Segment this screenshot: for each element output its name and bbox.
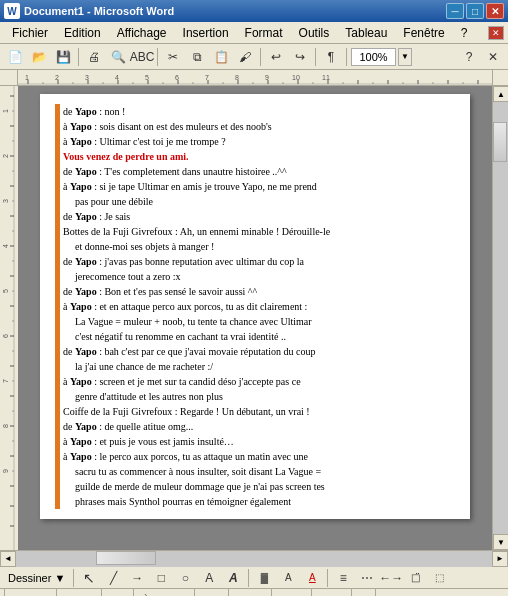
zoom-input[interactable] xyxy=(351,48,396,66)
print-preview-button[interactable]: 🔍 xyxy=(107,46,129,68)
line-13: de Yapo : Bon et t'es pas sensé le savoi… xyxy=(63,284,455,299)
status-pos: À 2,4 cm xyxy=(134,589,194,596)
zoom-dropdown[interactable]: ▼ xyxy=(398,48,412,66)
oval-tool-button[interactable]: ○ xyxy=(174,567,196,589)
line-6: à Yapo : si je tape Ultimar en amis je t… xyxy=(63,179,455,194)
minimize-button[interactable]: ─ xyxy=(446,3,464,19)
title-bar-left: W Document1 - Microsoft Word xyxy=(4,3,174,19)
dash-style-button[interactable]: ⋯ xyxy=(356,567,378,589)
open-button[interactable]: 📂 xyxy=(28,46,50,68)
status-rev: REV xyxy=(312,589,352,596)
document-text: de Yapo : non ! à Yapo : sois disant on … xyxy=(55,104,455,509)
line-1: de Yapo : non ! xyxy=(63,104,455,119)
threed-button[interactable]: ⬚ xyxy=(428,567,450,589)
font-color-button[interactable]: A xyxy=(301,567,323,589)
textbox-tool-button[interactable]: A xyxy=(198,567,220,589)
menu-edition[interactable]: Edition xyxy=(56,24,109,42)
scroll-down-button[interactable]: ▼ xyxy=(493,534,508,550)
status-col: Col 2 xyxy=(229,589,272,596)
menu-close-button[interactable]: ✕ xyxy=(488,26,504,40)
toolbar-sep-3 xyxy=(260,48,261,66)
maximize-button[interactable]: □ xyxy=(466,3,484,19)
scroll-thumb[interactable] xyxy=(493,122,507,162)
menu-help[interactable]: ? xyxy=(453,24,476,42)
line-10-indent: et donne-moi ses objets à manger ! xyxy=(63,239,455,254)
paste-button[interactable]: 📋 xyxy=(210,46,232,68)
svg-text:8: 8 xyxy=(2,424,9,428)
svg-text:2: 2 xyxy=(55,74,59,81)
svg-text:6: 6 xyxy=(175,74,179,81)
toolbar-sep-1 xyxy=(78,48,79,66)
drawing-toolbar: Dessiner ▼ ↖ ╱ → □ ○ A A ▓ A A ≡ ⋯ ←→ □̈… xyxy=(0,566,508,588)
ruler-right-corner xyxy=(492,70,508,85)
arrow-style-button[interactable]: ←→ xyxy=(380,567,402,589)
page-prev-button[interactable]: ◄ xyxy=(0,551,16,567)
svg-text:5: 5 xyxy=(2,289,9,293)
cut-button[interactable]: ✂ xyxy=(162,46,184,68)
menu-fenetre[interactable]: Fenêtre xyxy=(395,24,452,42)
menu-insertion[interactable]: Insertion xyxy=(175,24,237,42)
line-20-indent: genre d'attitude et les autres non plus xyxy=(63,389,455,404)
name-yapo-3: Yapo xyxy=(70,136,92,147)
rect-tool-button[interactable]: □ xyxy=(150,567,172,589)
ruler-corner xyxy=(0,70,18,85)
scroll-track[interactable] xyxy=(493,102,508,534)
zoom-control[interactable]: ▼ xyxy=(351,48,412,66)
copy-button[interactable]: ⧉ xyxy=(186,46,208,68)
format-painter-button[interactable]: 🖌 xyxy=(234,46,256,68)
save-button[interactable]: 💾 xyxy=(52,46,74,68)
line-style-button[interactable]: ≡ xyxy=(332,567,354,589)
line-9: Bottes de la Fuji Givrefoux : Ah, un enn… xyxy=(63,224,455,239)
line-tool-button[interactable]: ╱ xyxy=(102,567,124,589)
document-content: de Yapo : non ! à Yapo : sois disant on … xyxy=(55,104,455,509)
horizontal-scroll-track[interactable] xyxy=(16,551,492,567)
scroll-right-button[interactable]: ► xyxy=(492,551,508,567)
menu-outils[interactable]: Outils xyxy=(291,24,338,42)
svg-text:4: 4 xyxy=(115,74,119,81)
svg-text:9: 9 xyxy=(265,74,269,81)
fill-color-button[interactable]: ▓ xyxy=(253,567,275,589)
help-button[interactable]: ? xyxy=(458,46,480,68)
menu-fichier[interactable]: Fichier xyxy=(4,24,56,42)
scroll-up-button[interactable]: ▲ xyxy=(493,86,508,102)
document-page: de Yapo : non ! à Yapo : sois disant on … xyxy=(40,94,470,519)
line-16-indent: c'est négatif tu renomme en cachant ta v… xyxy=(63,329,455,344)
vertical-scrollbar[interactable]: ▲ ▼ xyxy=(492,86,508,550)
horizontal-scroll-thumb[interactable] xyxy=(96,551,156,565)
line-27-indent: phrases mais Synthol pourras en témoigne… xyxy=(63,494,455,509)
close-button[interactable]: ✕ xyxy=(486,3,504,19)
new-button[interactable]: 📄 xyxy=(4,46,26,68)
svg-text:6: 6 xyxy=(2,334,9,338)
menu-tableau[interactable]: Tableau xyxy=(337,24,395,42)
line-5: de Yapo : T'es completement dans unautre… xyxy=(63,164,455,179)
close-doc-button[interactable]: ✕ xyxy=(482,46,504,68)
dessiner-button[interactable]: Dessiner ▼ xyxy=(4,571,69,585)
shadow-button[interactable]: □̈ xyxy=(404,567,426,589)
arrow-tool-button[interactable]: → xyxy=(126,567,148,589)
line-color-button[interactable]: A xyxy=(277,567,299,589)
toolbar-right-icons: ? ✕ xyxy=(458,46,504,68)
document-area[interactable]: de Yapo : non ! à Yapo : sois disant on … xyxy=(18,86,492,550)
title-bar: W Document1 - Microsoft Word ─ □ ✕ xyxy=(0,0,508,22)
line-23: à Yapo : et puis je vous est jamis insul… xyxy=(63,434,455,449)
paragraph-button[interactable]: ¶ xyxy=(320,46,342,68)
status-sec: Sec 1 xyxy=(57,589,102,596)
draw-sep-2 xyxy=(248,569,249,587)
draw-sep-3 xyxy=(327,569,328,587)
status-enr: ENR xyxy=(272,589,312,596)
undo-button[interactable]: ↩ xyxy=(265,46,287,68)
menu-affichage[interactable]: Affichage xyxy=(109,24,175,42)
print-button[interactable]: 🖨 xyxy=(83,46,105,68)
toolbar-sep-4 xyxy=(315,48,316,66)
line-8: de Yapo : Je sais xyxy=(63,209,455,224)
menu-format[interactable]: Format xyxy=(237,24,291,42)
name-yapo-14: Yapo xyxy=(70,451,92,462)
name-yapo-10: Yapo xyxy=(75,346,97,357)
insert-wordart-button[interactable]: A xyxy=(222,567,244,589)
redo-button[interactable]: ↪ xyxy=(289,46,311,68)
line-14: à Yapo : et en attaque perco aux porcos,… xyxy=(63,299,455,314)
svg-text:7: 7 xyxy=(205,74,209,81)
select-tool-button[interactable]: ↖ xyxy=(78,567,100,589)
spell-button[interactable]: ABC xyxy=(131,46,153,68)
line-18-indent: la j'ai une chance de me racheter :/ xyxy=(63,359,455,374)
